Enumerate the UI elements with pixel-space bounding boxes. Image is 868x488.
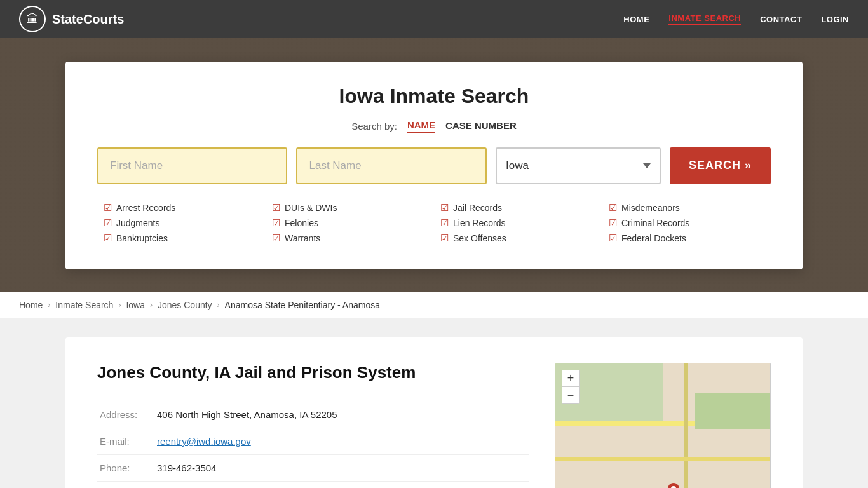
checkbox-lien-records: ☑ Lien Records (440, 217, 596, 229)
checkbox-label-bankruptcies: Bankruptcies (116, 233, 168, 243)
map-zoom-controls: + − (562, 370, 580, 404)
zoom-in-button[interactable]: + (562, 370, 579, 387)
checkbox-icon-misdemeanors: ☑ (609, 202, 617, 214)
breadcrumb: Home › Inmate Search › Iowa › Jones Coun… (0, 292, 868, 318)
checkbox-label-sex-offenses: Sex Offenses (453, 233, 506, 243)
checkbox-bankruptcies: ☑ Bankruptcies (104, 233, 259, 244)
search-button[interactable]: SEARCH » (670, 147, 771, 184)
facility-title: Jones County, IA Jail and Prison System (97, 363, 529, 383)
phone-label: Phone: (97, 455, 154, 482)
breadcrumb-jones-county[interactable]: Jones County (158, 300, 212, 310)
checkbox-icon-jail: ☑ (440, 202, 449, 214)
phone-row: Phone: 319-462-3504 (97, 455, 529, 482)
checkbox-label-jail: Jail Records (453, 203, 502, 213)
breadcrumb-sep-4: › (217, 301, 220, 309)
checkbox-label-misdemeanors: Misdemeanors (621, 203, 680, 213)
checkbox-label-criminal: Criminal Records (621, 218, 689, 228)
email-row: E-mail: reentry@iwd.iowa.gov (97, 428, 529, 455)
hero-section: COURTHOUSE Iowa Inmate Search Search by:… (0, 38, 868, 292)
address-row: Address: 406 North High Street, Anamosa,… (97, 402, 529, 428)
last-name-input[interactable] (296, 147, 486, 184)
first-name-input[interactable] (97, 147, 287, 184)
fax-label: Fax: (97, 482, 154, 489)
checkbox-icon-duis: ☑ (272, 202, 280, 214)
checkbox-warrants: ☑ Warrants (272, 233, 428, 244)
checkbox-judgments: ☑ Judgments (104, 217, 259, 229)
checkbox-label-duis: DUIs & DWIs (285, 203, 337, 213)
checkbox-icon-felonies: ☑ (272, 217, 280, 229)
search-by-label: Search by: (351, 121, 397, 132)
email-link[interactable]: reentry@iwd.iowa.gov (157, 436, 251, 447)
checkboxes-grid: ☑ Arrest Records ☑ DUIs & DWIs ☑ Jail Re… (97, 202, 771, 244)
checkbox-icon-federal: ☑ (609, 233, 617, 244)
address-label: Address: (97, 402, 154, 428)
checkbox-label-arrest: Arrest Records (116, 203, 175, 213)
checkbox-label-warrants: Warrants (285, 233, 320, 243)
checkbox-label-federal: Federal Dockets (621, 233, 686, 243)
zoom-out-button[interactable]: − (562, 387, 579, 403)
breadcrumb-sep-1: › (48, 301, 50, 309)
fax-row: Fax: 319-462-4962 (97, 482, 529, 489)
breadcrumb-sep-2: › (118, 301, 121, 309)
checkbox-federal-dockets: ☑ Federal Dockets (609, 233, 764, 244)
checkbox-icon-bankruptcies: ☑ (104, 233, 112, 244)
phone-value: 319-462-3504 (154, 455, 529, 482)
nav-contact[interactable]: CONTACT (760, 15, 802, 24)
logo-text: StateCourts (52, 12, 124, 27)
checkbox-label-judgments: Judgments (116, 218, 159, 228)
map-panel: + − (555, 363, 771, 488)
breadcrumb-iowa[interactable]: Iowa (126, 300, 145, 310)
breadcrumb-home[interactable]: Home (19, 300, 43, 310)
search-card: Iowa Inmate Search Search by: NAME CASE … (65, 62, 803, 269)
checkbox-label-felonies: Felonies (285, 218, 318, 228)
state-select[interactable]: Iowa Alabama Alaska Arizona (496, 147, 661, 184)
breadcrumb-sep-3: › (150, 301, 153, 309)
checkbox-jail-records: ☑ Jail Records (440, 202, 596, 214)
search-card-title: Iowa Inmate Search (97, 85, 771, 108)
checkbox-icon-criminal: ☑ (609, 217, 617, 229)
content-card: Jones County, IA Jail and Prison System … (65, 337, 803, 488)
tab-name[interactable]: NAME (407, 119, 435, 133)
nav-login[interactable]: LOGIN (821, 15, 849, 24)
checkbox-duis-dwis: ☑ DUIs & DWIs (272, 202, 428, 214)
address-value: 406 North High Street, Anamosa, IA 52205 (154, 402, 529, 428)
email-value: reentry@iwd.iowa.gov (154, 428, 529, 455)
map-marker-icon (668, 483, 679, 488)
breadcrumb-inmate-search[interactable]: Inmate Search (55, 300, 113, 310)
checkbox-misdemeanors: ☑ Misdemeanors (609, 202, 764, 214)
breadcrumb-current: Anamosa State Penitentiary - Anamosa (225, 300, 380, 310)
search-by-row: Search by: NAME CASE NUMBER (97, 119, 771, 133)
fax-value: 319-462-4962 (154, 482, 529, 489)
content-area: Jones County, IA Jail and Prison System … (0, 318, 868, 488)
email-label: E-mail: (97, 428, 154, 455)
checkbox-icon-arrest: ☑ (104, 202, 112, 214)
checkbox-icon-sex-offenses: ☑ (440, 233, 449, 244)
nav-inmate-search[interactable]: INMATE SEARCH (668, 13, 741, 25)
checkbox-icon-judgments: ☑ (104, 217, 112, 229)
nav-bar: HOME INMATE SEARCH CONTACT LOGIN (623, 13, 849, 25)
checkbox-sex-offenses: ☑ Sex Offenses (440, 233, 596, 244)
checkbox-felonies: ☑ Felonies (272, 217, 428, 229)
search-inputs-row: Iowa Alabama Alaska Arizona SEARCH » (97, 147, 771, 184)
info-table: Address: 406 North High Street, Anamosa,… (97, 402, 529, 488)
checkbox-arrest-records: ☑ Arrest Records (104, 202, 259, 214)
facility-info: Jones County, IA Jail and Prison System … (97, 363, 529, 488)
checkbox-criminal-records: ☑ Criminal Records (609, 217, 764, 229)
checkbox-label-lien: Lien Records (453, 218, 506, 228)
tab-case-number[interactable]: CASE NUMBER (445, 120, 517, 133)
logo[interactable]: 🏛 StateCourts (19, 6, 124, 32)
logo-icon: 🏛 (19, 6, 46, 32)
map-container: + − (555, 363, 771, 488)
nav-home[interactable]: HOME (623, 15, 649, 24)
checkbox-icon-lien: ☑ (440, 217, 449, 229)
checkbox-icon-warrants: ☑ (272, 233, 280, 244)
header: 🏛 StateCourts HOME INMATE SEARCH CONTACT… (0, 0, 868, 38)
